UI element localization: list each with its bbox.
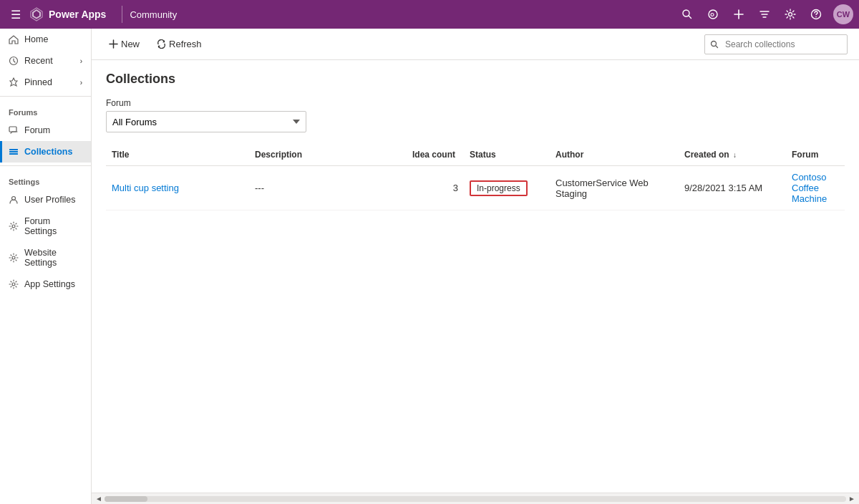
new-button[interactable]: New [103,36,145,52]
author-text: CustomerService Web Staging [555,178,649,199]
forum-settings-icon [9,221,19,231]
col-header-title[interactable]: Title [106,144,249,166]
svg-point-15 [12,256,15,259]
svg-rect-11 [9,151,18,152]
sidebar-item-forum-settings[interactable]: Forum Settings [0,210,91,242]
description-text: --- [255,183,264,193]
sidebar-item-forum[interactable]: Forum [0,120,91,141]
title-link[interactable]: Multi cup setting [112,183,179,193]
created-on-text: 9/28/2021 3:15 AM [684,183,762,193]
collections-table: Title Description Idea count Status Auth [106,144,845,210]
scrollbar-track[interactable] [105,496,846,502]
scrollbar-thumb [105,496,147,502]
col-author-label: Author [555,150,583,160]
collections-icon [9,147,19,157]
sidebar-item-pinned[interactable]: Pinned › [0,72,91,93]
sidebar-item-app-settings[interactable]: App Settings [0,273,91,295]
recent-chevron-icon: › [80,57,82,65]
sidebar: Home Recent › Pinned › Forums Forum Coll… [0,29,92,504]
topbar-context: Community [130,9,177,20]
plus-icon [733,9,744,20]
main-content: Collections Forum All Forums Contoso Cof… [92,60,859,493]
col-header-author[interactable]: Author [550,144,679,166]
sidebar-divider-1 [0,96,91,97]
scroll-right-arrow[interactable]: ► [846,493,858,505]
svg-rect-10 [9,149,18,150]
pinned-chevron-icon: › [80,79,82,87]
forum-filter-dropdown[interactable]: All Forums Contoso Coffee Machine [106,111,306,132]
table-body: Multi cup setting --- 3 In-progress Cust [106,166,845,210]
col-header-created-on[interactable]: Created on ↓ [679,144,786,166]
help-icon-btn[interactable] [805,3,828,26]
pin-icon [9,77,19,87]
svg-rect-9 [9,127,16,132]
sidebar-app-settings-label: App Settings [24,279,82,289]
col-header-forum[interactable]: Forum [786,144,845,166]
topbar-divider [122,6,122,23]
col-header-status[interactable]: Status [464,144,550,166]
toolbar: New Refresh [92,29,859,60]
hamburger-button[interactable]: ☰ [6,4,26,24]
col-count-label: Idea count [412,150,455,160]
hamburger-icon: ☰ [11,8,21,21]
cell-author: CustomerService Web Staging [550,166,679,210]
cell-created-on: 9/28/2021 3:15 AM [679,166,786,210]
sidebar-item-home[interactable]: Home [0,29,91,50]
plus-icon-btn[interactable] [727,3,750,26]
col-header-idea-count[interactable]: Idea count [407,144,464,166]
table-header: Title Description Idea count Status Auth [106,144,845,166]
sidebar-item-user-profiles[interactable]: User Profiles [0,189,91,210]
favorite-icon-btn[interactable] [702,3,724,26]
filter-icon-btn[interactable] [753,3,776,26]
sidebar-item-website-settings[interactable]: Website Settings [0,242,91,273]
col-title-label: Title [112,150,129,160]
sidebar-home-label: Home [24,34,82,44]
svg-point-7 [815,16,817,18]
cell-title: Multi cup setting [106,166,249,210]
forum-link[interactable]: Contoso Coffee Machine [792,172,827,204]
search-icon [681,9,693,20]
settings-icon-btn[interactable] [779,3,802,26]
search-input[interactable] [704,34,848,54]
sidebar-forum-label: Forum [24,125,82,135]
refresh-icon [157,39,166,49]
svg-line-1 [689,16,691,19]
col-header-description[interactable]: Description [249,144,407,166]
search-container [704,34,848,54]
table-header-row: Title Description Idea count Status Auth [106,144,845,166]
app-logo: Power Apps [29,6,106,22]
refresh-label: Refresh [169,39,202,49]
sidebar-forums-section: Forums [0,100,91,120]
cell-idea-count: 3 [407,166,464,210]
sidebar-forum-settings-label: Forum Settings [24,216,82,236]
home-icon [9,34,19,44]
sidebar-collections-label: Collections [24,147,82,157]
sidebar-item-recent[interactable]: Recent › [0,50,91,72]
refresh-button[interactable]: Refresh [151,36,208,52]
filter-label: Forum [106,98,845,108]
sidebar-item-collections[interactable]: Collections [0,141,91,163]
sidebar-pinned-label: Pinned [24,77,74,87]
new-label: New [121,39,140,49]
cell-status: In-progress [464,166,550,210]
page-title: Collections [106,72,845,87]
sort-indicator-icon: ↓ [733,151,737,159]
col-created-label: Created on [684,150,729,160]
scroll-left-arrow[interactable]: ◄ [93,493,105,505]
user-avatar[interactable]: CW [833,4,853,24]
svg-point-14 [12,225,15,228]
user-profiles-icon [9,195,19,205]
powerapps-logo-icon [29,6,44,22]
topbar-actions: CW [676,3,853,26]
filter-section: Forum All Forums Contoso Coffee Machine [106,98,845,132]
topbar: ☰ Power Apps Community CW [0,0,859,29]
heart-icon [707,9,719,20]
sidebar-website-settings-label: Website Settings [24,248,82,268]
sidebar-user-profiles-label: User Profiles [24,195,82,205]
search-icon-btn[interactable] [676,3,699,26]
svg-point-5 [789,13,792,16]
col-desc-label: Description [255,150,302,160]
website-settings-icon [9,253,19,263]
cell-forum: Contoso Coffee Machine [786,166,845,210]
table-row: Multi cup setting --- 3 In-progress Cust [106,166,845,210]
